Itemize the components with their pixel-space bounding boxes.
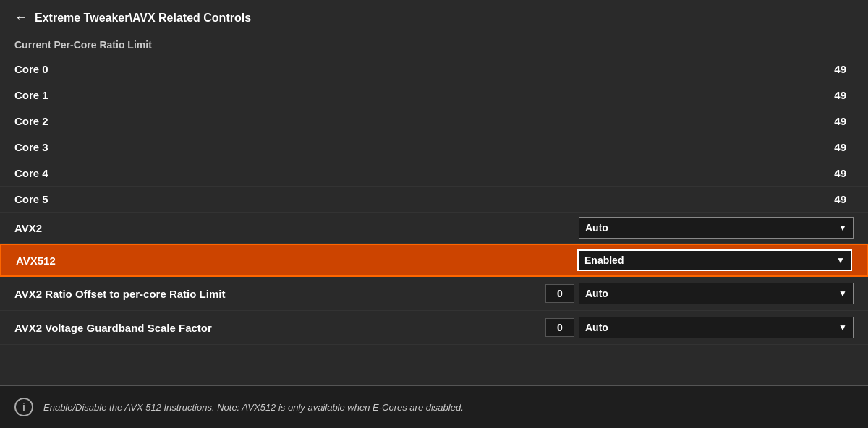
avx2-ratio-dropdown[interactable]: Auto ▼ xyxy=(579,283,854,304)
page-title: Extreme Tweaker\AVX Related Controls xyxy=(35,12,251,25)
core-2-value: 49 xyxy=(709,115,854,127)
content-area: ← Extreme Tweaker\AVX Related Controls C… xyxy=(0,0,868,385)
core-5-label: Core 5 xyxy=(14,193,709,205)
avx2-ratio-row: AVX2 Ratio Offset to per-core Ratio Limi… xyxy=(0,277,868,311)
avx2-voltage-label: AVX2 Voltage Guardband Scale Factor xyxy=(14,322,545,334)
avx2-label: AVX2 xyxy=(14,222,579,234)
core-5-value: 49 xyxy=(709,193,854,205)
avx2-voltage-arrow-icon: ▼ xyxy=(838,322,847,333)
info-bar: i Enable/Disable the AVX 512 Instruction… xyxy=(0,385,868,428)
avx2-voltage-row: AVX2 Voltage Guardband Scale Factor 0 Au… xyxy=(0,311,868,345)
empty-space xyxy=(0,345,868,381)
avx2-voltage-dropdown[interactable]: Auto ▼ xyxy=(579,317,854,338)
core-1-row: Core 1 49 xyxy=(0,82,868,108)
avx512-row: AVX512 Enabled ▼ xyxy=(0,244,868,277)
core-3-value: 49 xyxy=(709,141,854,153)
avx2-ratio-value: Auto xyxy=(585,288,608,299)
section-header: Current Per-Core Ratio Limit xyxy=(0,33,868,56)
core-0-row: Core 0 49 xyxy=(0,56,868,82)
main-container: ← Extreme Tweaker\AVX Related Controls C… xyxy=(0,0,868,428)
avx512-dropdown[interactable]: Enabled ▼ xyxy=(577,249,852,271)
avx2-dropdown[interactable]: Auto ▼ xyxy=(579,217,854,239)
core-1-value: 49 xyxy=(709,89,854,101)
core-4-value: 49 xyxy=(709,167,854,179)
core-1-label: Core 1 xyxy=(14,89,709,101)
core-3-label: Core 3 xyxy=(14,141,709,153)
avx2-row: AVX2 Auto ▼ xyxy=(0,213,868,244)
core-4-label: Core 4 xyxy=(14,167,709,179)
core-5-row: Core 5 49 xyxy=(0,187,868,213)
avx2-voltage-value: Auto xyxy=(585,322,608,333)
core-0-label: Core 0 xyxy=(14,63,709,75)
core-3-row: Core 3 49 xyxy=(0,134,868,160)
avx2-ratio-num: 0 xyxy=(545,284,574,303)
avx2-value: Auto xyxy=(585,222,608,234)
avx2-dropdown-arrow-icon: ▼ xyxy=(838,223,847,233)
avx2-ratio-arrow-icon: ▼ xyxy=(838,288,847,299)
info-text: Enable/Disable the AVX 512 Instructions.… xyxy=(43,402,464,413)
breadcrumb: ← Extreme Tweaker\AVX Related Controls xyxy=(0,0,868,33)
avx512-value: Enabled xyxy=(584,254,624,266)
info-icon: i xyxy=(14,398,33,416)
core-0-value: 49 xyxy=(709,63,854,75)
core-4-row: Core 4 49 xyxy=(0,160,868,187)
avx2-ratio-label: AVX2 Ratio Offset to per-core Ratio Limi… xyxy=(14,288,545,300)
core-2-row: Core 2 49 xyxy=(0,108,868,134)
avx512-label: AVX512 xyxy=(16,254,577,267)
core-2-label: Core 2 xyxy=(14,115,709,127)
avx2-voltage-num: 0 xyxy=(545,318,574,337)
avx512-dropdown-arrow-icon: ▼ xyxy=(836,255,845,265)
settings-list: Current Per-Core Ratio Limit Core 0 49 C… xyxy=(0,33,868,345)
back-arrow-icon[interactable]: ← xyxy=(14,10,27,25)
